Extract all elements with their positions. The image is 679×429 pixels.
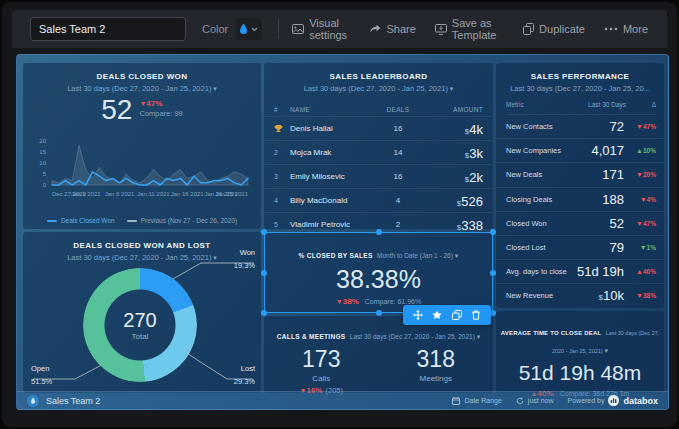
date-range-selector[interactable]: Last 30 days (Dec 27, 2020 - Jan 25, 202…	[264, 84, 493, 93]
visual-settings-button[interactable]: Visual settings	[292, 17, 350, 41]
performance-row[interactable]: Avg. days to close51d 19h40%	[496, 259, 664, 283]
performance-row[interactable]: Closed Won5247%	[496, 211, 664, 235]
powered-by-label: Powered by	[568, 397, 605, 404]
leaderboard-rows: Denis Hallai16$4k2Mojca Mrak14$3k3Emily …	[264, 116, 493, 236]
chevron-down-icon	[251, 27, 258, 32]
powered-by-databox[interactable]: Powered by databox	[568, 395, 658, 406]
kpi-compare: Compare: 99	[139, 109, 182, 118]
trophy-icon	[274, 124, 290, 134]
svg-text:Jan 6 2021: Jan 6 2021	[105, 191, 135, 197]
panel-calls-meetings[interactable]: CALLS & MEETINGS Last 30 days (Dec 27, 2…	[264, 316, 493, 393]
resize-handle-n[interactable]	[376, 229, 382, 235]
panel-avg-time-to-close[interactable]: AVERAGE TIME TO CLOSE DEAL Last 30 days …	[496, 311, 664, 393]
delete-trash-icon[interactable]	[471, 310, 481, 320]
duplicate-label: Duplicate	[539, 23, 585, 35]
metric-label: New Contacts	[506, 122, 610, 131]
performance-row[interactable]: Closing Deals1884%	[496, 187, 664, 211]
metric-delta: 47%	[624, 220, 656, 227]
col-deals: DEALS	[375, 106, 421, 113]
refresh-status[interactable]: just now	[516, 397, 554, 405]
amount-value: $3k	[421, 144, 483, 162]
deals-count: 16	[375, 124, 421, 133]
metric-delta: 4%	[624, 196, 656, 203]
metric-delta: 10%	[624, 147, 656, 154]
svg-text:Jan 25 2021: Jan 25 2021	[215, 191, 249, 197]
svg-text:10: 10	[39, 160, 46, 166]
app-window: Color Visual settings Share	[2, 2, 677, 427]
performance-row[interactable]: New Deals17120%	[496, 162, 664, 186]
date-range-selector[interactable]: Last 30 days (Dec 27, 2020 - Jan 25, 20.…	[496, 84, 664, 93]
image-icon	[292, 23, 304, 35]
callout-lost: Lost 29.3%	[234, 364, 255, 386]
resize-handle-ne[interactable]	[490, 229, 496, 235]
panel-sales-leaderboard[interactable]: SALES LEADERBOARD Last 30 days (Dec 27, …	[264, 63, 493, 229]
performance-row[interactable]: New Revenue$10k38%	[496, 283, 664, 307]
panel-deals-closed-won[interactable]: DEALS CLOSED WON Last 30 days (Dec 27, 2…	[23, 63, 261, 229]
refresh-icon	[516, 397, 524, 405]
kpi-value: 51d 19h 48m	[496, 361, 664, 385]
date-range-selector[interactable]: Month to Date (Jan 1 - 26)	[377, 252, 458, 259]
metric-value: 79	[610, 240, 624, 255]
meetings-label: Meetings	[379, 374, 494, 383]
panel-title: SALES PERFORMANCE	[496, 63, 664, 81]
kpi-delta: 47%	[139, 99, 182, 108]
amount-value: $4k	[421, 120, 483, 138]
droplet-icon	[239, 23, 248, 35]
metric-label: New Revenue	[506, 291, 599, 300]
panel-title: CALLS & MEETINGS	[277, 333, 346, 340]
duplicate-icon	[523, 23, 534, 35]
calendar-icon	[452, 397, 460, 405]
panel-sales-performance[interactable]: SALES PERFORMANCE Last 30 days (Dec 27, …	[496, 63, 664, 308]
move-icon[interactable]	[413, 310, 423, 320]
callout-label: Open	[31, 364, 52, 373]
ellipsis-icon	[604, 27, 618, 31]
performance-row[interactable]: Closed Lost791%	[496, 235, 664, 259]
dashboard-title-input[interactable]	[30, 17, 186, 41]
deals-count: 16	[375, 172, 421, 181]
svg-text:Jan 16 2021: Jan 16 2021	[171, 191, 205, 197]
metric-value: 51d 19h	[577, 264, 624, 279]
duplicate-widget-icon[interactable]	[452, 310, 462, 320]
date-range-selector[interactable]: Last 30 days (Dec 27, 2020 - Jan 25, 202…	[23, 84, 261, 93]
performance-row[interactable]: New Contacts7247%	[496, 115, 664, 138]
chart-legend: Deals Closed Won Previous (Nov 27 - Dec …	[23, 217, 261, 224]
resize-handle-w[interactable]	[261, 270, 267, 276]
date-range-button[interactable]: Date Range	[452, 397, 501, 405]
svg-text:5: 5	[43, 171, 47, 177]
panel-title: AVERAGE TIME TO CLOSE DEAL	[501, 330, 602, 336]
leaderboard-row[interactable]: Denis Hallai16$4k	[264, 116, 493, 140]
color-picker-dropdown[interactable]	[236, 18, 261, 40]
resize-handle-e[interactable]	[490, 270, 496, 276]
legend-label-current: Deals Closed Won	[61, 217, 115, 224]
save-as-template-button[interactable]: Save as Template	[435, 17, 504, 41]
metric-label: Closed Won	[506, 219, 610, 228]
callout-label: Won	[234, 248, 255, 257]
date-range-selector[interactable]: Last 30 days (Dec 27, 2020 - Jan 25, 202…	[350, 333, 481, 340]
callout-pct: 19.3%	[234, 261, 255, 270]
panel-pct-closed-by-sales[interactable]: % CLOSED BY SALES Month to Date (Jan 1 -…	[264, 232, 493, 313]
leaderboard-row[interactable]: 3Emily Milosevic16$2k	[264, 164, 493, 188]
metric-value: 4,017	[591, 143, 624, 158]
share-button[interactable]: Share	[369, 23, 415, 35]
performance-row[interactable]: New Companies4,01710%	[496, 138, 664, 162]
kpi-value: 52	[101, 95, 132, 125]
leaderboard-row[interactable]: 2Mojca Mrak14$3k	[264, 140, 493, 164]
resize-handle-nw[interactable]	[261, 229, 267, 235]
salesperson-name: Vladimir Petrovic	[290, 220, 375, 229]
more-button[interactable]: More	[604, 23, 648, 35]
legend-swatch-current	[47, 220, 57, 222]
meetings-value: 318	[379, 347, 494, 372]
duplicate-button[interactable]: Duplicate	[523, 23, 585, 35]
rank-number: 2	[274, 149, 290, 156]
leaderboard-row[interactable]: 4Billy MacDonald4$526	[264, 188, 493, 212]
col-rank: #	[274, 106, 290, 113]
favorite-star-icon[interactable]	[432, 310, 442, 320]
donut-total-label: Total	[132, 332, 149, 341]
performance-rows: New Contacts7247%New Companies4,01710%Ne…	[496, 115, 664, 308]
rank-number: 5	[274, 221, 290, 228]
panel-deals-won-lost[interactable]: DEALS CLOSED WON AND LOST Last 30 days (…	[23, 232, 261, 393]
date-range-label: Date Range	[464, 397, 501, 404]
salesperson-name: Billy MacDonald	[290, 196, 375, 205]
callout-won: Won 19.3%	[234, 248, 255, 270]
metric-delta: 47%	[624, 123, 656, 130]
